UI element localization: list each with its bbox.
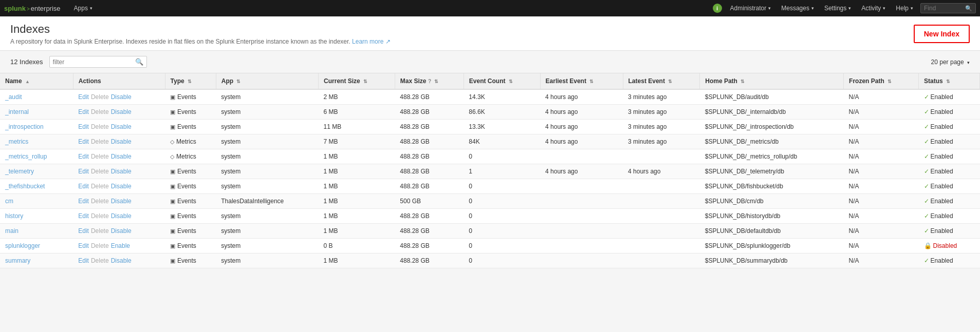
learn-more-link[interactable]: Learn more ↗ [352,38,391,45]
col-current-size[interactable]: Current Size ⇅ [319,73,395,89]
action-btn-disable[interactable]: Disable [111,227,132,235]
index-name-link[interactable]: _introspection [5,123,44,130]
action-btn-edit[interactable]: Edit [78,138,89,145]
index-name-link[interactable]: splunklogger [5,242,40,249]
action-btn-edit[interactable]: Edit [78,227,89,235]
nav-messages[interactable]: Messages ▾ [776,0,819,16]
table-row: _introspectionEditDeleteDisable▣Eventssy… [0,120,980,134]
index-name-link[interactable]: main [5,227,19,235]
index-name-link[interactable]: history [5,212,23,220]
action-btn-edit[interactable]: Edit [78,183,89,190]
action-btn-delete[interactable]: Delete [91,227,109,235]
col-earliest-event[interactable]: Earliest Event ⇅ [540,73,623,89]
status-icon: ✓ [924,198,929,205]
action-btn-delete[interactable]: Delete [91,257,109,264]
action-btn-disable[interactable]: Disable [111,168,132,175]
nav-activity[interactable]: Activity ▾ [856,0,891,16]
col-name[interactable]: Name ▲ [0,73,73,89]
action-btn-disable[interactable]: Disable [111,183,132,190]
actions-cell: EditDeleteDisable [73,149,165,164]
type-icon: ▣ [170,228,175,234]
type-icon: ▣ [170,183,175,189]
index-name-link[interactable]: _metrics_rollup [5,153,47,160]
action-btn-edit[interactable]: Edit [78,153,89,160]
per-page-label: 20 per page [931,58,964,66]
index-name-link[interactable]: summary [5,257,30,264]
action-btn-delete[interactable]: Delete [91,93,109,101]
filter-input-wrap[interactable]: 🔍 [49,56,147,68]
index-name-link[interactable]: cm [5,198,13,205]
action-btn-delete[interactable]: Delete [91,108,109,115]
action-btn-edit[interactable]: Edit [78,257,89,264]
col-event-count[interactable]: Event Count ⇅ [464,73,540,89]
frozen-path-cell: N/A [844,209,919,224]
action-btn-edit[interactable]: Edit [78,108,89,115]
event-count-cell: 14.3K [464,89,540,105]
nav-help[interactable]: Help ▾ [891,0,918,16]
home-path-cell: $SPLUNK_DB/_introspection/db [700,120,844,134]
col-home-path[interactable]: Home Path ⇅ [700,73,844,89]
index-name-link[interactable]: _audit [5,93,22,101]
nav-settings[interactable]: Settings ▾ [819,0,856,16]
action-btn-delete[interactable]: Delete [91,198,109,205]
max-size-cell: 488.28 GB [395,239,464,253]
max-size-cell: 488.28 GB [395,89,464,105]
action-btn-delete[interactable]: Delete [91,183,109,190]
action-btn-delete[interactable]: Delete [91,212,109,220]
action-btn-delete[interactable]: Delete [91,242,109,249]
nav-administrator[interactable]: Administrator ▾ [725,0,776,16]
index-name-link[interactable]: _internal [5,108,29,115]
action-btn-disable[interactable]: Disable [111,212,132,220]
col-type[interactable]: Type ⇅ [165,73,216,89]
status-cell: ✓Enabled [919,179,980,194]
find-input[interactable] [924,5,965,12]
table-row: _thefishbucketEditDeleteDisable▣Eventssy… [0,179,980,194]
action-btn-delete[interactable]: Delete [91,123,109,130]
action-btn-disable[interactable]: Disable [111,138,132,145]
index-name-link[interactable]: _metrics [5,138,28,145]
actions-cell: EditDeleteDisable [73,164,165,179]
actions-cell: EditDeleteEnable [73,239,165,253]
latest-event-cell: 3 minutes ago [623,134,700,149]
action-btn-disable[interactable]: Disable [111,198,132,205]
nav-apps-caret: ▾ [90,6,93,11]
new-index-button[interactable]: New Index [914,25,970,43]
action-btn-edit[interactable]: Edit [78,168,89,175]
col-frozen-path[interactable]: Frozen Path ⇅ [844,73,919,89]
action-btn-disable[interactable]: Disable [111,153,132,160]
col-app[interactable]: App ⇅ [216,73,318,89]
filter-input[interactable] [53,58,135,66]
action-btn-delete[interactable]: Delete [91,168,109,175]
app-cell: system [216,253,318,268]
action-btn-edit[interactable]: Edit [78,212,89,220]
action-btn-disable[interactable]: Disable [111,108,132,115]
action-btn-enable[interactable]: Enable [111,242,130,249]
home-path-cell: $SPLUNK_DB/cm/db [700,194,844,209]
earliest-event-cell: 4 hours ago [540,164,623,179]
type-label: Events [177,227,196,235]
app-cell: ThalesDataIntelligence [216,194,318,209]
action-btn-delete[interactable]: Delete [91,153,109,160]
action-btn-edit[interactable]: Edit [78,123,89,130]
per-page[interactable]: 20 per page ▾ [931,58,970,66]
nav-apps[interactable]: Apps ▾ [69,0,98,16]
logo[interactable]: splunk>enterprise [4,5,61,12]
action-btn-edit[interactable]: Edit [78,242,89,249]
action-btn-disable[interactable]: Disable [111,123,132,130]
col-max-size[interactable]: Max Size ? ⇅ [395,73,464,89]
action-btn-edit[interactable]: Edit [78,198,89,205]
index-name-link[interactable]: _telemetry [5,168,34,175]
action-btn-delete[interactable]: Delete [91,138,109,145]
col-latest-event[interactable]: Latest Event ⇅ [623,73,700,89]
action-btn-disable[interactable]: Disable [111,257,132,264]
action-btn-disable[interactable]: Disable [111,93,132,101]
nav-apps-label: Apps [74,5,88,12]
col-status[interactable]: Status ⇅ [919,73,980,89]
event-count-cell: 0 [464,239,540,253]
action-btn-edit[interactable]: Edit [78,93,89,101]
status-icon: ✓ [924,153,929,160]
index-name-link[interactable]: _thefishbucket [5,183,45,190]
find-box[interactable]: 🔍 [920,3,976,13]
filter-search-icon[interactable]: 🔍 [135,58,143,66]
latest-event-cell: 4 hours ago [623,164,700,179]
